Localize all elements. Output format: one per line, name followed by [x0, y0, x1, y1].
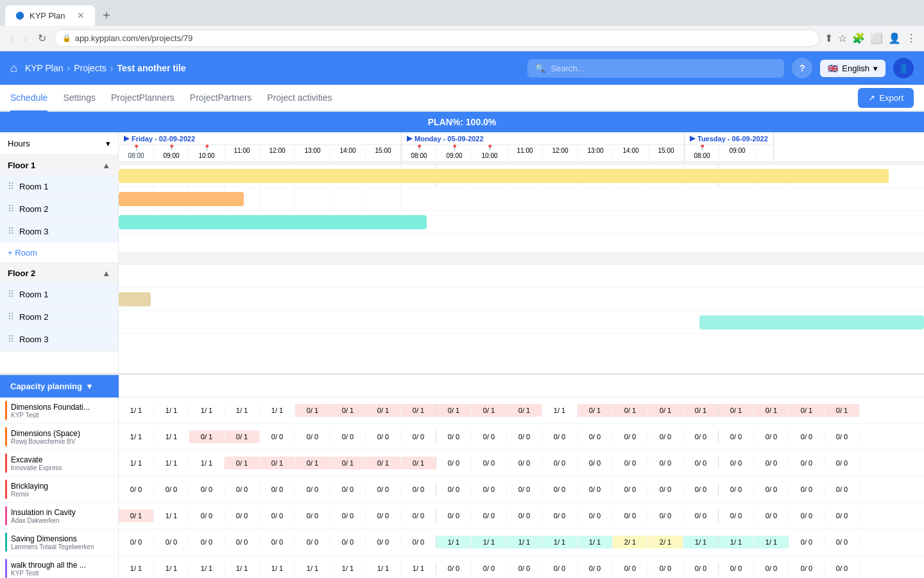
cap-row-dimensions-foundation: Dimensions Foundati... KYP Testt 1/ 1 1/… — [0, 398, 924, 424]
search-bar[interactable]: 🔍 — [527, 59, 784, 78]
cap-val: 1/ 1 — [260, 404, 295, 417]
task-sub: Adax Dakwerken — [11, 517, 76, 524]
layout-icon[interactable]: ⬜ — [870, 32, 883, 44]
new-tab-button[interactable]: + — [98, 8, 116, 23]
tab-project-partners[interactable]: ProjectPartners — [190, 85, 252, 112]
cap-val: 0/ 0 — [754, 509, 789, 522]
url-bar[interactable]: 🔒 app.kypplan.com/en/projects/79 — [54, 30, 819, 47]
tab-bar: 🔵 KYP Plan ✕ + — [0, 0, 924, 26]
room-label: Room 2 — [19, 204, 49, 214]
gantt-bar-room3-teal[interactable] — [119, 215, 427, 229]
cap-val: 0/ 0 — [683, 509, 719, 522]
search-input[interactable] — [551, 64, 776, 73]
cap-data: 0/ 0 0/ 0 0/ 0 0/ 0 0/ 0 0/ 0 0/ 0 0/ 0 … — [119, 536, 860, 548]
cap-val: 0/ 0 — [542, 509, 578, 522]
floor-2-room-3[interactable]: ⠿ Room 3 — [0, 328, 118, 351]
floor-1-room-3[interactable]: ⠿ Room 3 — [0, 220, 118, 243]
tuesday-arrow-icon: ▶ — [690, 134, 695, 143]
home-icon[interactable]: ⌂ — [10, 62, 17, 75]
refresh-button[interactable]: ↻ — [35, 30, 49, 47]
cap-val: 0/ 0 — [825, 457, 860, 469]
share-icon[interactable]: ⬆ — [825, 32, 833, 44]
cap-val: 0/ 0 — [225, 536, 260, 548]
tab-settings[interactable]: Settings — [63, 85, 96, 112]
forward-button[interactable]: › — [21, 30, 30, 47]
cap-val-teal: 1/ 1 — [436, 536, 472, 548]
close-tab-button[interactable]: ✕ — [77, 10, 85, 21]
cap-row-label-insulation-cavity: Insulation in Cavity Adax Dakwerken — [0, 503, 119, 529]
task-sub: KYP Testt — [11, 570, 86, 577]
cap-val: 0/ 0 — [189, 509, 225, 522]
breadcrumb-projects[interactable]: Projects — [74, 63, 107, 73]
task-name: walk through all the ... — [11, 561, 86, 570]
floor-2-header[interactable]: Floor 2 ▲ — [0, 263, 118, 283]
cap-val: 0/ 0 — [825, 483, 860, 496]
floor-1-header[interactable]: Floor 1 ▲ — [0, 155, 118, 175]
add-room-button[interactable]: + Room — [0, 243, 118, 263]
left-sidebar: Hours ▾ Floor 1 ▲ ⠿ Room 1 ⠿ Room 2 ⠿ — [0, 132, 119, 373]
task-name: Dimensions Foundati... — [11, 403, 90, 412]
floor-1-room-2[interactable]: ⠿ Room 2 — [0, 198, 118, 220]
cap-data: 0/ 0 0/ 0 0/ 0 0/ 0 0/ 0 0/ 0 0/ 0 0/ 0 … — [119, 483, 860, 496]
color-bar — [5, 506, 7, 525]
cap-row-saving-dimensions: Saving Dimensions Lammers Totaal Tegelwe… — [0, 529, 924, 556]
gantt-row-floor1-room3 — [119, 211, 924, 234]
profile-icon[interactable]: 👤 — [888, 32, 901, 44]
time-slot: 📍 09:00 — [437, 145, 472, 161]
floor-2-room-1[interactable]: ⠿ Room 1 — [0, 283, 118, 306]
time-slot: 13:00 — [578, 145, 613, 161]
extensions-icon[interactable]: 🧩 — [852, 32, 865, 44]
cap-val-highlight: 0/ 1 — [683, 404, 719, 417]
cap-val-highlight: 0/ 1 — [436, 404, 472, 417]
tab-project-activities[interactable]: Project activities — [267, 85, 332, 112]
breadcrumb-kyp[interactable]: KYP Plan — [25, 63, 64, 73]
task-name: Saving Dimensions — [11, 534, 94, 543]
cap-val: 0/ 0 — [542, 457, 578, 469]
cap-val: 0/ 0 — [613, 457, 648, 469]
gantt-bar-room2-orange[interactable] — [119, 192, 244, 206]
back-button[interactable]: ‹ — [8, 30, 16, 47]
language-button[interactable]: 🇬🇧 English ▾ — [820, 60, 886, 77]
cap-val: 0/ 0 — [683, 457, 719, 469]
cap-val-highlight: 0/ 1 — [578, 404, 613, 417]
time-slot: 11:00 — [508, 145, 543, 161]
cap-val-highlight: 0/ 1 — [472, 404, 507, 417]
cap-val: 0/ 0 — [648, 483, 683, 496]
gantt-bar-floor2-room3-teal[interactable] — [699, 315, 924, 329]
timeline-scroll-area[interactable]: ▶ Friday - 02-09-2022 📍 08:00 📍 09:00 — [119, 132, 924, 373]
cap-val: 0/ 0 — [542, 562, 578, 575]
active-tab[interactable]: 🔵 KYP Plan ✕ — [5, 5, 95, 26]
tab-project-planners[interactable]: ProjectPlanners — [111, 85, 175, 112]
time-slot: 11:00 — [225, 145, 260, 161]
hours-dropdown[interactable]: Hours ▾ — [0, 132, 118, 155]
export-button[interactable]: ↗ Export — [858, 88, 914, 108]
cap-val: 0/ 0 — [648, 509, 683, 522]
color-bar — [5, 480, 7, 499]
user-avatar-button[interactable]: 👤 — [893, 58, 914, 78]
capacity-toggle-button[interactable]: Capacity planning ▾ — [0, 375, 119, 398]
cap-val: 0/ 0 — [295, 430, 330, 443]
menu-icon[interactable]: ⋮ — [906, 32, 916, 44]
floor-1-room-1[interactable]: ⠿ Room 1 — [0, 175, 118, 198]
cap-val: 0/ 0 — [789, 457, 825, 469]
browser-chrome: 🔵 KYP Plan ✕ + ‹ › ↻ 🔒 app.kypplan.com/e… — [0, 0, 924, 51]
help-button[interactable]: ? — [792, 58, 812, 78]
bookmark-icon[interactable]: ☆ — [838, 32, 847, 44]
cap-val: 0/ 0 — [189, 483, 225, 496]
cap-val: 0/ 0 — [578, 509, 613, 522]
gantt-bar-floor2-room2-beige[interactable] — [119, 292, 151, 306]
floor-2-room-2[interactable]: ⠿ Room 2 — [0, 306, 118, 328]
cap-val: 0/ 0 — [330, 430, 366, 443]
cap-val: 0/ 0 — [683, 430, 719, 443]
cap-val: 0/ 0 — [401, 509, 436, 522]
cap-val-highlight: 0/ 1 — [789, 404, 825, 417]
cap-val-teal: 1/ 1 — [719, 536, 754, 548]
color-bar — [5, 453, 7, 473]
capacity-header: Capacity planning ▾ — [0, 375, 924, 398]
time-slot: 📍 10:00 — [189, 145, 225, 161]
cap-val: 0/ 0 — [330, 536, 366, 548]
tab-schedule[interactable]: Schedule — [10, 85, 47, 112]
chevron-down-icon: ▾ — [873, 64, 878, 73]
gantt-bar-room1-yellow[interactable] — [119, 169, 889, 183]
cap-val: 0/ 0 — [366, 430, 401, 443]
